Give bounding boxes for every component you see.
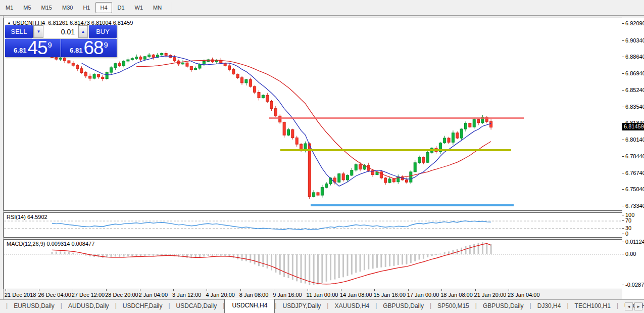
- tab-usdcad-daily[interactable]: USDCAD,Daily: [170, 300, 223, 313]
- macd-canvas[interactable]: [4, 240, 622, 289]
- tab-gbpusd-daily[interactable]: GBPUSD,Daily: [477, 300, 530, 313]
- tab-eurusd-daily[interactable]: EURUSD,Daily: [8, 300, 61, 313]
- price-axis-label: 6.88640: [625, 54, 644, 60]
- tab-sp500-m15[interactable]: SP500,M15: [431, 300, 475, 313]
- price-axis-label: 6.90340: [625, 37, 644, 43]
- date-axis-label: 27 Dec 12:00: [72, 292, 105, 298]
- rsi-canvas[interactable]: [4, 213, 622, 237]
- tab-dj30-h4[interactable]: DJ30,H4: [531, 300, 567, 313]
- price-axis-tick: [622, 23, 624, 24]
- rsi-label: RSI(14) 64.5902: [7, 214, 47, 220]
- one-click-trade-panel: SELL ▼ 0.01 ▲ BUY 6.81 45 9 6.81 68 9: [5, 25, 117, 57]
- candles-group: [51, 51, 492, 199]
- date-tick: [39, 289, 39, 291]
- window-left-edge: [0, 16, 4, 299]
- macd-label: MACD(12,26,9) 0.009314 0.008477: [7, 241, 94, 247]
- macd-axis-tick: [622, 254, 624, 254]
- sell-price-prefix: 6.81: [14, 47, 26, 54]
- date-axis-label: 2 Jan 04:00: [139, 292, 168, 298]
- ma-fast-line: [81, 56, 491, 186]
- price-axis-tick: [622, 40, 624, 41]
- date-axis-label: 4 Jan 20:00: [206, 292, 235, 298]
- price-axis-label: 6.80140: [625, 137, 644, 143]
- tab-audusd-daily[interactable]: AUDUSD,Daily: [62, 300, 115, 313]
- tab-scroll-buttons: ◂ ▸: [625, 302, 642, 310]
- date-tick: [274, 289, 274, 291]
- macd-axis-tick: [622, 242, 624, 242]
- date-tick: [441, 289, 442, 291]
- toolbar-divider: [172, 2, 172, 14]
- tab-gbpusd-daily[interactable]: GBPUSD,Daily: [377, 300, 430, 313]
- volume-input[interactable]: 0.01: [43, 25, 78, 38]
- date-axis-label: 21 Dec 2018: [5, 292, 36, 298]
- timeframe-button-m15[interactable]: M15: [37, 2, 57, 13]
- timeframe-button-m5[interactable]: M5: [19, 2, 35, 13]
- timeframe-button-h4[interactable]: H4: [95, 2, 112, 13]
- chart-window: ▲USDCNH,H4 6.81261 6.81473 6.81004 6.814…: [4, 18, 623, 299]
- price-axis-tick: [622, 57, 624, 57]
- sell-price-main: 45: [27, 39, 47, 57]
- timeframe-button-w1[interactable]: W1: [130, 2, 148, 13]
- date-tick: [106, 289, 107, 291]
- date-axis-label: 26 Dec 04:00: [38, 292, 71, 298]
- buy-price-display[interactable]: 6.81 68 9: [61, 39, 117, 57]
- date-tick: [207, 289, 207, 291]
- macd-histogram: [52, 242, 491, 285]
- buy-price-prefix: 6.81: [70, 47, 82, 54]
- tab-scroll-right-button[interactable]: ▸: [634, 302, 642, 310]
- date-axis-label: 18 Jan 08:00: [440, 292, 473, 298]
- date-axis[interactable]: 21 Dec 201826 Dec 04:0027 Dec 12:0028 De…: [4, 289, 623, 299]
- date-axis-label: 3 Jan 12:00: [172, 292, 202, 298]
- date-tick: [341, 289, 341, 291]
- tab-tech100-h1[interactable]: TECH100,H1: [569, 300, 617, 313]
- macd-panel[interactable]: MACD(12,26,9) 0.009314 0.008477: [4, 239, 623, 289]
- main-chart-panel[interactable]: ▲USDCNH,H4 6.81261 6.81473 6.81004 6.814…: [4, 18, 623, 211]
- chart-tabbar: |EURUSD,Daily|AUDUSD,Daily|USDCHF,Daily|…: [0, 299, 644, 313]
- tab-scroll-left-button[interactable]: ◂: [625, 302, 633, 310]
- timeframe-buttons: M1M5M15M30H1H4D1W1MN: [1, 2, 167, 13]
- sell-price-display[interactable]: 6.81 45 9: [5, 39, 61, 57]
- price-axis-tick: [622, 173, 624, 173]
- price-axis-tick: [622, 73, 624, 74]
- price-axis[interactable]: 6.81459 6.920906.903406.886406.869406.85…: [622, 18, 644, 299]
- timeframe-button-mn[interactable]: MN: [148, 2, 166, 13]
- price-axis-tick: [622, 107, 624, 107]
- rsi-axis-label: 0: [625, 231, 628, 237]
- date-axis-label: 17 Jan 00:00: [407, 292, 439, 298]
- date-axis-label: 9 Jan 16:00: [273, 292, 302, 298]
- date-axis-label: 8 Jan 08:00: [239, 292, 269, 298]
- tab-usdchf-daily[interactable]: USDCHF,Daily: [117, 300, 169, 313]
- rsi-panel[interactable]: RSI(14) 64.5902: [4, 212, 623, 238]
- date-tick: [509, 289, 509, 291]
- tab-usdjpy-daily[interactable]: USDJPY,Daily: [277, 300, 327, 313]
- date-tick: [173, 289, 174, 291]
- timeframe-button-h1[interactable]: H1: [78, 2, 94, 13]
- date-tick: [6, 289, 6, 291]
- sell-button[interactable]: SELL: [5, 25, 33, 38]
- date-axis-label: 15 Jan 16:00: [373, 292, 406, 298]
- buy-button[interactable]: BUY: [89, 25, 117, 38]
- date-tick: [140, 289, 140, 291]
- ma-slow-line: [136, 60, 491, 179]
- date-tick: [240, 289, 241, 291]
- rsi-axis-tick: [622, 228, 624, 229]
- chart-tabs: |EURUSD,Daily|AUDUSD,Daily|USDCHF,Daily|…: [6, 299, 644, 313]
- timeframe-button-d1[interactable]: D1: [113, 2, 129, 13]
- price-axis-label: 6.92090: [625, 20, 644, 26]
- timeframe-button-m1[interactable]: M1: [1, 2, 18, 13]
- tab-xauusd-h4[interactable]: XAUUSD,H4: [328, 300, 375, 313]
- timeframe-button-m30[interactable]: M30: [58, 2, 77, 13]
- tab-usdcnh-h4[interactable]: USDCNH,H4: [224, 299, 275, 313]
- date-tick: [73, 289, 73, 291]
- date-tick: [374, 289, 375, 291]
- date-tick: [308, 289, 308, 291]
- volume-increase-button[interactable]: ▲: [78, 25, 88, 38]
- sell-price-sup: 9: [48, 40, 52, 49]
- volume-decrease-button[interactable]: ▼: [34, 25, 43, 38]
- buy-price-main: 68: [83, 39, 103, 57]
- timeframe-toolbar: M1M5M15M30H1H4D1W1MN: [0, 0, 644, 16]
- price-axis-tick: [622, 90, 624, 91]
- arrow-down-icon: ▼: [37, 29, 41, 34]
- buy-price-sup: 9: [104, 40, 108, 49]
- arrow-up-icon: ▲: [81, 29, 85, 34]
